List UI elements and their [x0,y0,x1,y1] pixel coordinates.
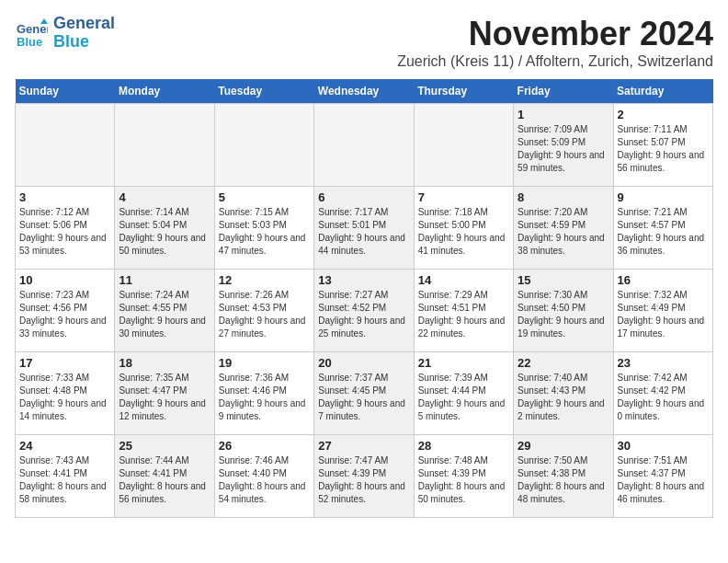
day-number: 25 [119,439,210,453]
day-number: 16 [618,273,709,287]
calendar-cell: 4Sunrise: 7:14 AM Sunset: 5:04 PM Daylig… [115,187,214,270]
col-thursday: Thursday [414,79,513,104]
calendar-cell: 5Sunrise: 7:15 AM Sunset: 5:03 PM Daylig… [214,187,313,270]
calendar-cell: 18Sunrise: 7:35 AM Sunset: 4:47 PM Dayli… [115,352,214,435]
day-number: 2 [618,108,709,121]
day-number: 1 [518,108,609,121]
calendar-cell: 12Sunrise: 7:26 AM Sunset: 4:53 PM Dayli… [214,270,313,352]
calendar-cell: 27Sunrise: 7:47 AM Sunset: 4:39 PM Dayli… [314,435,414,518]
day-number: 12 [219,273,310,287]
logo-text-line2: Blue [53,33,115,52]
calendar-cell [214,104,313,187]
day-number: 11 [119,273,210,287]
day-number: 26 [219,439,310,453]
day-number: 14 [418,273,509,287]
day-info: Sunrise: 7:46 AM Sunset: 4:40 PM Dayligh… [219,454,310,506]
col-friday: Friday [514,79,613,104]
day-info: Sunrise: 7:15 AM Sunset: 5:03 PM Dayligh… [219,206,310,258]
day-number: 24 [19,439,110,453]
week-row-1: 1Sunrise: 7:09 AM Sunset: 5:09 PM Daylig… [16,104,713,187]
calendar-cell: 26Sunrise: 7:46 AM Sunset: 4:40 PM Dayli… [214,435,313,518]
logo: General Blue General Blue [15,15,115,52]
calendar-cell: 6Sunrise: 7:17 AM Sunset: 5:01 PM Daylig… [314,187,414,270]
calendar-cell [314,104,414,187]
col-sunday: Sunday [16,79,115,104]
day-info: Sunrise: 7:33 AM Sunset: 4:48 PM Dayligh… [19,372,110,423]
calendar-cell: 2Sunrise: 7:11 AM Sunset: 5:07 PM Daylig… [613,104,712,187]
calendar-cell: 29Sunrise: 7:50 AM Sunset: 4:38 PM Dayli… [514,435,613,518]
week-row-4: 17Sunrise: 7:33 AM Sunset: 4:48 PM Dayli… [16,352,713,435]
day-number: 9 [618,190,709,204]
day-info: Sunrise: 7:48 AM Sunset: 4:39 PM Dayligh… [418,454,509,506]
day-number: 8 [518,190,609,204]
calendar-cell: 21Sunrise: 7:39 AM Sunset: 4:44 PM Dayli… [414,352,513,435]
day-number: 28 [418,439,509,453]
calendar-cell: 25Sunrise: 7:44 AM Sunset: 4:41 PM Dayli… [115,435,214,518]
day-number: 5 [219,190,310,204]
calendar-cell: 28Sunrise: 7:48 AM Sunset: 4:39 PM Dayli… [414,435,513,518]
week-row-3: 10Sunrise: 7:23 AM Sunset: 4:56 PM Dayli… [16,270,713,352]
col-monday: Monday [115,79,214,104]
calendar-cell: 3Sunrise: 7:12 AM Sunset: 5:06 PM Daylig… [16,187,115,270]
calendar-cell: 19Sunrise: 7:36 AM Sunset: 4:46 PM Dayli… [214,352,313,435]
calendar-cell: 15Sunrise: 7:30 AM Sunset: 4:50 PM Dayli… [514,270,613,352]
calendar-cell: 13Sunrise: 7:27 AM Sunset: 4:52 PM Dayli… [314,270,414,352]
day-info: Sunrise: 7:24 AM Sunset: 4:55 PM Dayligh… [119,289,210,340]
header-row: Sunday Monday Tuesday Wednesday Thursday… [16,79,713,104]
day-number: 3 [19,190,110,204]
day-info: Sunrise: 7:43 AM Sunset: 4:41 PM Dayligh… [19,454,110,506]
location-subtitle: Zuerich (Kreis 11) / Affoltern, Zurich, … [397,53,713,70]
logo-icon: General Blue [15,17,48,50]
calendar-cell [414,104,513,187]
day-number: 22 [518,356,609,370]
day-info: Sunrise: 7:11 AM Sunset: 5:07 PM Dayligh… [618,123,709,175]
calendar-cell: 30Sunrise: 7:51 AM Sunset: 4:37 PM Dayli… [613,435,712,518]
day-number: 19 [219,356,310,370]
day-number: 6 [318,190,409,204]
day-info: Sunrise: 7:44 AM Sunset: 4:41 PM Dayligh… [119,454,210,506]
day-info: Sunrise: 7:14 AM Sunset: 5:04 PM Dayligh… [119,206,210,258]
week-row-5: 24Sunrise: 7:43 AM Sunset: 4:41 PM Dayli… [16,435,713,518]
calendar-cell [115,104,214,187]
day-info: Sunrise: 7:32 AM Sunset: 4:49 PM Dayligh… [618,289,709,340]
calendar-cell: 23Sunrise: 7:42 AM Sunset: 4:42 PM Dayli… [613,352,712,435]
day-number: 13 [318,273,409,287]
day-number: 21 [418,356,509,370]
day-number: 23 [618,356,709,370]
day-info: Sunrise: 7:12 AM Sunset: 5:06 PM Dayligh… [19,206,110,258]
calendar-cell: 10Sunrise: 7:23 AM Sunset: 4:56 PM Dayli… [16,270,115,352]
calendar-cell [16,104,115,187]
calendar-cell: 24Sunrise: 7:43 AM Sunset: 4:41 PM Dayli… [16,435,115,518]
calendar-cell: 20Sunrise: 7:37 AM Sunset: 4:45 PM Dayli… [314,352,414,435]
day-number: 30 [618,439,709,453]
day-info: Sunrise: 7:36 AM Sunset: 4:46 PM Dayligh… [219,372,310,423]
col-saturday: Saturday [613,79,712,104]
day-info: Sunrise: 7:20 AM Sunset: 4:59 PM Dayligh… [518,206,609,258]
calendar-cell: 22Sunrise: 7:40 AM Sunset: 4:43 PM Dayli… [514,352,613,435]
day-number: 17 [19,356,110,370]
day-info: Sunrise: 7:39 AM Sunset: 4:44 PM Dayligh… [418,372,509,423]
day-number: 29 [518,439,609,453]
day-info: Sunrise: 7:09 AM Sunset: 5:09 PM Dayligh… [518,123,609,175]
day-info: Sunrise: 7:50 AM Sunset: 4:38 PM Dayligh… [518,454,609,506]
day-info: Sunrise: 7:30 AM Sunset: 4:50 PM Dayligh… [518,289,609,340]
calendar-cell: 8Sunrise: 7:20 AM Sunset: 4:59 PM Daylig… [514,187,613,270]
day-info: Sunrise: 7:18 AM Sunset: 5:00 PM Dayligh… [418,206,509,258]
day-info: Sunrise: 7:35 AM Sunset: 4:47 PM Dayligh… [119,372,210,423]
day-number: 4 [119,190,210,204]
day-info: Sunrise: 7:23 AM Sunset: 4:56 PM Dayligh… [19,289,110,340]
day-info: Sunrise: 7:17 AM Sunset: 5:01 PM Dayligh… [318,206,409,258]
calendar-cell: 7Sunrise: 7:18 AM Sunset: 5:00 PM Daylig… [414,187,513,270]
week-row-2: 3Sunrise: 7:12 AM Sunset: 5:06 PM Daylig… [16,187,713,270]
col-tuesday: Tuesday [214,79,313,104]
day-number: 15 [518,273,609,287]
svg-marker-2 [40,18,48,24]
day-info: Sunrise: 7:37 AM Sunset: 4:45 PM Dayligh… [318,372,409,423]
day-info: Sunrise: 7:21 AM Sunset: 4:57 PM Dayligh… [618,206,709,258]
day-number: 27 [318,439,409,453]
day-number: 10 [19,273,110,287]
day-info: Sunrise: 7:26 AM Sunset: 4:53 PM Dayligh… [219,289,310,340]
day-number: 7 [418,190,509,204]
logo-text-line1: General [53,15,115,33]
calendar-body: 1Sunrise: 7:09 AM Sunset: 5:09 PM Daylig… [16,104,713,518]
